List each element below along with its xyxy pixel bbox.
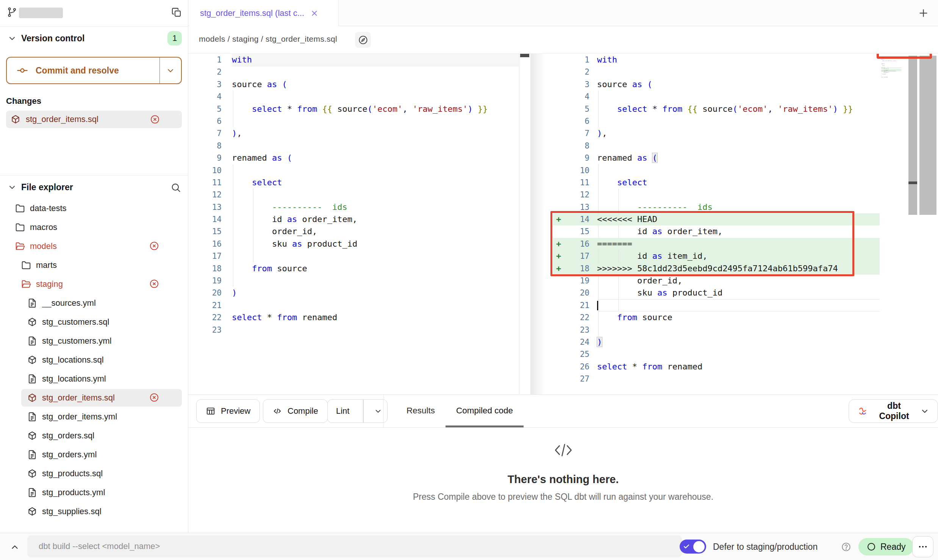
left-pane-scroll-indicator[interactable] [520, 54, 529, 57]
file-explorer-item-stg_locations.sql[interactable]: stg_locations.sql [0, 350, 188, 369]
code-line-27[interactable]: 27 [553, 373, 880, 385]
code-line-21: 21 [188, 299, 519, 311]
commit-and-resolve-button[interactable]: Commit and resolve [6, 57, 182, 84]
code-line-19[interactable]: 19 order_id, [553, 275, 880, 287]
file-explorer-item-stg_customers.yml[interactable]: stg_customers.yml [0, 332, 188, 350]
more-options-button[interactable] [912, 536, 933, 557]
lineage-icon[interactable] [355, 32, 371, 48]
changes-label: Changes [6, 96, 188, 106]
tab-bar: stg_order_items.sql (last c... [188, 0, 938, 26]
code-line-2[interactable]: 2 [553, 66, 880, 78]
code-line-20[interactable]: 20 sku as product_id [553, 287, 880, 299]
conflict-icon [149, 279, 159, 289]
code-line-23[interactable]: 23 [553, 324, 880, 336]
chevron-down-icon[interactable] [8, 183, 17, 192]
file-explorer-item-macros[interactable]: macros [0, 218, 188, 237]
line-number: 22 [188, 311, 232, 324]
code-line-5: 5 select * from {{ source('ecom', 'raw_i… [188, 103, 519, 115]
preview-button[interactable]: Preview [196, 399, 260, 423]
diff-added-marker [553, 201, 566, 213]
file-name: stg_products.yml [42, 488, 105, 497]
code-line-8[interactable]: 8 [553, 140, 880, 152]
code-slash-icon [553, 441, 573, 459]
compile-button[interactable]: Compile [263, 399, 328, 423]
tab-stg-order-items[interactable]: stg_order_items.sql (last c... [189, 0, 339, 26]
main-area: stg_order_items.sql (last c... models / … [188, 0, 938, 533]
code-line-10[interactable]: 10 [553, 164, 880, 177]
code-line-15[interactable]: 15 id as order_item, [553, 225, 880, 238]
copy-icon[interactable] [171, 7, 182, 18]
line-number: 19 [566, 275, 589, 287]
line-number: 20 [566, 287, 589, 299]
command-input[interactable] [27, 535, 682, 557]
file-explorer-item-stg_customers.sql[interactable]: stg_customers.sql [0, 313, 188, 332]
code-line-12[interactable]: 12 [553, 189, 880, 201]
commit-button-label: Commit and resolve [36, 66, 119, 76]
file-name: __sources.yml [42, 298, 96, 308]
editor-scrollbar[interactable] [908, 56, 917, 215]
code-line-25[interactable]: 25 [553, 348, 880, 360]
file-explorer-item-staging[interactable]: staging [0, 275, 188, 294]
file-explorer-item-marts[interactable]: marts [0, 256, 188, 275]
file-explorer-item-__sources.yml[interactable]: __sources.yml [0, 294, 188, 313]
file-explorer-item-stg_orders.yml[interactable]: stg_orders.yml [0, 445, 188, 464]
minimap[interactable]: 1with23source as (45 select * from {{ so… [881, 58, 905, 114]
close-icon[interactable] [310, 9, 319, 17]
file-explorer-item-stg_order_items.yml[interactable]: stg_order_items.yml [0, 407, 188, 426]
code-line-6[interactable]: 6 [553, 115, 880, 127]
dbt-copilot-button[interactable]: dbt Copilot [849, 399, 938, 423]
code-line-22[interactable]: 22 from source [553, 311, 880, 324]
diff-added-marker: + [553, 250, 566, 262]
file-explorer-item-stg_supplies.sql[interactable]: stg_supplies.sql [0, 502, 188, 521]
code-line-11[interactable]: 11 select [553, 177, 880, 189]
chevron-up-icon[interactable] [10, 542, 20, 552]
code-line-27[interactable]: 27 [881, 77, 901, 78]
git-branch-icon[interactable] [7, 7, 17, 17]
code-line-24[interactable]: 24) [553, 336, 880, 348]
code-line-5[interactable]: 5 select * from {{ source('ecom', 'raw_i… [553, 103, 880, 115]
file-explorer-item-stg_locations.yml[interactable]: stg_locations.yml [0, 369, 188, 388]
changed-file-row[interactable]: stg_order_items.sql [6, 111, 182, 128]
code-line-13[interactable]: 13 ---------- ids [553, 201, 880, 213]
code-line-9[interactable]: 9renamed as ( [553, 152, 880, 164]
code-line-1[interactable]: 1with [553, 54, 880, 66]
file-explorer-item-stg_products.sql[interactable]: stg_products.sql [0, 464, 188, 483]
tab-compiled-code[interactable]: Compiled code [446, 395, 524, 427]
code-line-21[interactable]: 21 [553, 299, 880, 311]
code-line-14[interactable]: +14<<<<<<< HEAD [553, 213, 880, 225]
status-label: Ready [880, 542, 905, 552]
code-line-3[interactable]: 3source as ( [553, 78, 880, 91]
diff-added-marker [553, 177, 566, 189]
chevron-down-icon[interactable] [8, 34, 17, 43]
help-icon[interactable] [841, 542, 851, 552]
line-number: 6 [188, 115, 232, 127]
code-line-20: 20) [188, 287, 519, 299]
scrollbar-thumb[interactable] [908, 181, 917, 184]
file-explorer-item-stg_products.yml[interactable]: stg_products.yml [0, 483, 188, 502]
file-explorer-item-models[interactable]: models [0, 237, 188, 256]
file-explorer-item-data-tests[interactable]: data-tests [0, 199, 188, 218]
code-line-3: 3source as ( [188, 78, 519, 91]
code-line-18[interactable]: +18>>>>>>> 58c1dd23d5eebd9cd2495fa7124ab… [553, 263, 880, 275]
search-icon[interactable] [170, 182, 181, 193]
page-scrollbar[interactable] [919, 56, 936, 215]
lint-dropdown-button[interactable] [369, 407, 387, 415]
code-line-16[interactable]: +16======= [553, 238, 880, 250]
line-number: 19 [188, 275, 232, 287]
folder-open-icon [15, 241, 25, 251]
file-explorer-item-stg_order_items.sql[interactable]: stg_order_items.sql [0, 388, 188, 407]
diff-added-marker [553, 54, 566, 66]
defer-toggle[interactable] [680, 540, 706, 554]
tab-results[interactable]: Results [396, 395, 446, 427]
file-explorer-item-stg_orders.sql[interactable]: stg_orders.sql [0, 426, 188, 445]
new-tab-icon[interactable] [918, 8, 929, 18]
lint-button[interactable]: Lint [327, 399, 388, 423]
diff-added-marker [553, 225, 566, 238]
text-cursor [597, 301, 598, 310]
code-line-17[interactable]: +17 id as item_id, [553, 250, 880, 262]
code-line-26[interactable]: 26select * from renamed [553, 361, 880, 373]
code-line-7[interactable]: 7), [553, 127, 880, 139]
code-line-4[interactable]: 4 [553, 91, 880, 103]
sidebar-header [0, 0, 188, 27]
commit-dropdown-button[interactable] [159, 58, 181, 83]
